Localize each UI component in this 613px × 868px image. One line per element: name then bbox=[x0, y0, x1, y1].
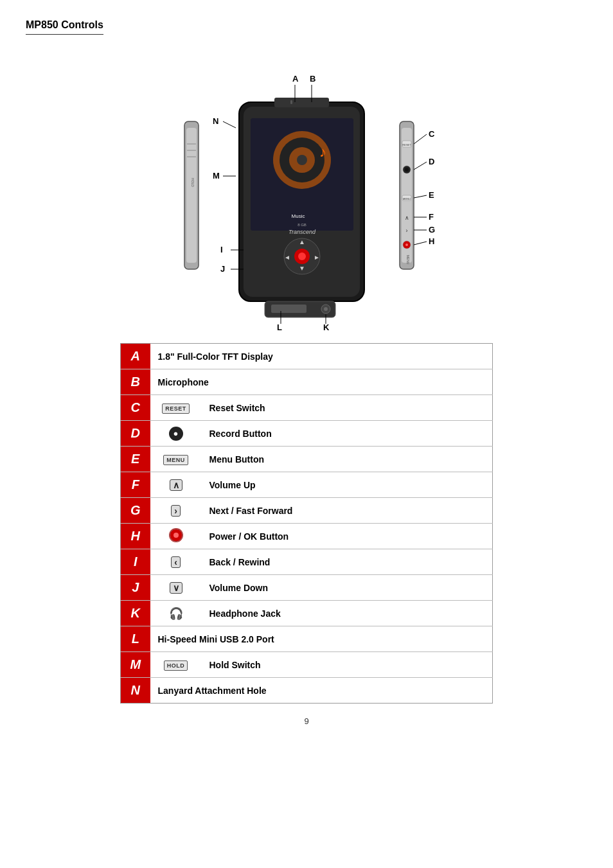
svg-text:L: L bbox=[277, 323, 282, 330]
svg-line-56 bbox=[414, 134, 427, 144]
svg-point-73 bbox=[173, 533, 179, 538]
svg-text:♪: ♪ bbox=[319, 144, 326, 160]
control-letter: G bbox=[121, 498, 150, 524]
svg-point-34 bbox=[405, 168, 409, 172]
control-icon: 🎧 bbox=[150, 601, 202, 626]
control-description: Headphone Jack bbox=[202, 601, 493, 626]
svg-line-66 bbox=[414, 242, 427, 245]
table-row: NLanyard Attachment Hole bbox=[121, 678, 493, 704]
control-icon: ‹ bbox=[150, 549, 202, 575]
svg-point-20 bbox=[298, 252, 306, 260]
control-icon: HOLD bbox=[150, 652, 202, 678]
table-row: HPower / OK Button bbox=[121, 524, 493, 549]
svg-rect-26 bbox=[271, 305, 306, 313]
control-description: Volume Up bbox=[202, 472, 493, 498]
control-icon: MENU bbox=[150, 447, 202, 472]
svg-text:K: K bbox=[323, 323, 330, 330]
svg-text:∧: ∧ bbox=[405, 215, 409, 221]
control-description: Microphone bbox=[150, 369, 493, 395]
control-icon: ∧ bbox=[150, 472, 202, 498]
control-description: Lanyard Attachment Hole bbox=[150, 678, 493, 704]
svg-text:E: E bbox=[429, 190, 434, 200]
control-description: Next / Fast Forward bbox=[202, 498, 493, 524]
control-description: 1.8" Full-Color TFT Display bbox=[150, 344, 493, 369]
control-letter: C bbox=[121, 395, 150, 421]
table-row: G›Next / Fast Forward bbox=[121, 498, 493, 524]
svg-text:MENU: MENU bbox=[403, 197, 411, 200]
control-description: Menu Button bbox=[202, 447, 493, 472]
control-icon: › bbox=[150, 498, 202, 524]
svg-line-58 bbox=[414, 162, 427, 170]
control-description: Back / Rewind bbox=[202, 549, 493, 575]
control-letter: H bbox=[121, 524, 150, 549]
svg-text:F: F bbox=[429, 212, 434, 222]
svg-text:A: A bbox=[292, 74, 299, 84]
device-diagram: HOLD ♪ Music 8 GB Transcend ▲ ▼ ◄ bbox=[146, 60, 467, 330]
control-letter: F bbox=[121, 472, 150, 498]
control-letter: D bbox=[121, 421, 150, 447]
svg-text:D: D bbox=[429, 157, 434, 166]
control-description: Volume Down bbox=[202, 575, 493, 601]
control-icon bbox=[150, 524, 202, 549]
svg-text:G: G bbox=[429, 225, 435, 235]
control-icon: RESET bbox=[150, 395, 202, 421]
svg-text:C: C bbox=[429, 129, 435, 139]
svg-rect-1 bbox=[186, 128, 197, 263]
svg-text:I: I bbox=[220, 245, 223, 254]
controls-table: A1.8" Full-Color TFT DisplayBMicrophoneC… bbox=[120, 343, 493, 704]
svg-text:▲: ▲ bbox=[299, 238, 305, 245]
control-description: Hi-Speed Mini USB 2.0 Port bbox=[150, 626, 493, 652]
svg-text:8 GB: 8 GB bbox=[298, 223, 306, 227]
svg-line-48 bbox=[223, 121, 236, 128]
svg-text:B: B bbox=[310, 74, 315, 84]
svg-text:►: ► bbox=[314, 254, 320, 261]
svg-text:H: H bbox=[429, 236, 434, 246]
control-letter: K bbox=[121, 601, 150, 626]
svg-text:MENU: MENU bbox=[406, 255, 410, 265]
control-icon: ● bbox=[150, 421, 202, 447]
svg-text:◄: ◄ bbox=[284, 254, 290, 261]
table-row: MHOLDHold Switch bbox=[121, 652, 493, 678]
control-icon: ∨ bbox=[150, 575, 202, 601]
svg-rect-43 bbox=[290, 100, 292, 104]
svg-point-13 bbox=[297, 155, 307, 165]
svg-text:RESET: RESET bbox=[402, 143, 411, 146]
page-title: MP850 Controls bbox=[26, 19, 103, 35]
svg-point-40 bbox=[405, 244, 408, 246]
control-letter: M bbox=[121, 652, 150, 678]
svg-text:Transcend: Transcend bbox=[289, 229, 316, 235]
table-row: F∧Volume Up bbox=[121, 472, 493, 498]
table-row: LHi-Speed Mini USB 2.0 Port bbox=[121, 626, 493, 652]
svg-text:J: J bbox=[220, 264, 225, 274]
table-row: K🎧Headphone Jack bbox=[121, 601, 493, 626]
svg-text:M: M bbox=[213, 171, 220, 181]
table-row: D●Record Button bbox=[121, 421, 493, 447]
control-letter: B bbox=[121, 369, 150, 395]
control-description: Reset Switch bbox=[202, 395, 493, 421]
table-row: EMENUMenu Button bbox=[121, 447, 493, 472]
control-letter: E bbox=[121, 447, 150, 472]
control-letter: N bbox=[121, 678, 150, 704]
table-row: J∨Volume Down bbox=[121, 575, 493, 601]
svg-text:›: › bbox=[406, 227, 408, 234]
table-row: BMicrophone bbox=[121, 369, 493, 395]
control-letter: J bbox=[121, 575, 150, 601]
svg-line-60 bbox=[414, 195, 427, 198]
control-description: Record Button bbox=[202, 421, 493, 447]
svg-point-28 bbox=[324, 307, 328, 311]
control-letter: L bbox=[121, 626, 150, 652]
table-row: I‹Back / Rewind bbox=[121, 549, 493, 575]
control-letter: A bbox=[121, 344, 150, 369]
svg-rect-42 bbox=[274, 98, 329, 107]
svg-text:▼: ▼ bbox=[299, 265, 305, 272]
control-description: Hold Switch bbox=[202, 652, 493, 678]
table-row: CRESETReset Switch bbox=[121, 395, 493, 421]
page-number: 9 bbox=[26, 716, 587, 726]
control-letter: I bbox=[121, 549, 150, 575]
svg-text:Music: Music bbox=[292, 213, 305, 219]
svg-text:HOLD: HOLD bbox=[191, 178, 195, 187]
control-description: Power / OK Button bbox=[202, 524, 493, 549]
table-row: A1.8" Full-Color TFT Display bbox=[121, 344, 493, 369]
svg-text:N: N bbox=[213, 116, 218, 126]
